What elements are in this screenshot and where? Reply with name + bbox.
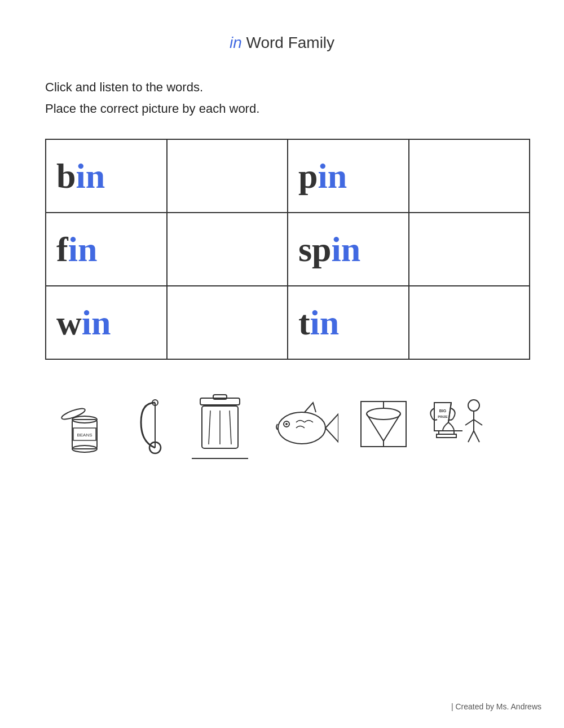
word-prefix: sp [298, 230, 332, 268]
drop-zone-spin[interactable] [409, 213, 530, 286]
svg-line-27 [474, 431, 479, 442]
picture-beans-can[interactable]: BEANS [56, 397, 118, 459]
trophy-icon: BIG PRIZE [429, 394, 491, 459]
word-cell-tin[interactable]: tin [288, 286, 409, 359]
table-row: fin spin [46, 213, 530, 286]
beans-can-icon: BEANS [56, 397, 118, 459]
svg-line-25 [474, 420, 482, 425]
drop-zone-win[interactable] [167, 286, 288, 359]
word-prefix: b [56, 157, 76, 195]
word-root: in [76, 157, 105, 195]
svg-line-12 [209, 411, 210, 444]
svg-point-19 [367, 408, 400, 420]
word-prefix: t [298, 303, 310, 342]
word-root: in [318, 157, 347, 195]
footer: | Created by Ms. Andrews [451, 702, 541, 711]
svg-rect-29 [437, 434, 456, 438]
trash-bin-icon [192, 394, 248, 456]
word-cell-fin[interactable]: fin [46, 213, 167, 286]
svg-point-17 [285, 423, 288, 425]
word-cell-pin[interactable]: pin [288, 139, 409, 213]
picture-trash-bin[interactable] [192, 394, 248, 459]
drop-zone-pin[interactable] [409, 139, 530, 213]
svg-line-24 [465, 420, 474, 425]
drop-zone-fin[interactable] [167, 213, 288, 286]
table-row: win tin [46, 286, 530, 359]
word-prefix: w [56, 303, 82, 342]
word-prefix: f [56, 230, 68, 268]
drop-zone-tin[interactable] [409, 286, 530, 359]
word-root: in [310, 303, 340, 342]
word-cell-bin[interactable]: bin [46, 139, 167, 213]
picture-trophy[interactable]: BIG PRIZE [429, 394, 491, 459]
table-row: bin pin [46, 139, 530, 213]
word-root: in [82, 303, 111, 342]
instruction-1: Click and listen to the words. [45, 80, 519, 95]
picture-safety-pin[interactable] [135, 397, 175, 459]
title-highlight: in [230, 34, 242, 51]
svg-text:BIG: BIG [439, 409, 447, 413]
svg-line-14 [230, 411, 231, 444]
word-prefix: p [298, 157, 318, 195]
instructions-section: Click and listen to the words. Place the… [45, 80, 519, 116]
drop-zone-bin[interactable] [167, 139, 288, 213]
spinning-top-icon [355, 397, 412, 459]
svg-point-15 [278, 412, 325, 444]
instruction-2: Place the correct picture by each word. [45, 102, 519, 116]
word-root: in [68, 230, 98, 268]
word-root: in [332, 230, 361, 268]
svg-point-22 [468, 400, 479, 411]
fish-icon [265, 397, 338, 459]
svg-text:BEANS: BEANS [77, 433, 92, 438]
word-table: bin pin fin spin [45, 139, 530, 360]
picture-spinning-top[interactable] [355, 397, 412, 459]
safety-pin-icon [135, 397, 175, 459]
picture-fish[interactable] [265, 397, 338, 459]
svg-line-26 [468, 431, 474, 442]
svg-text:PRIZE: PRIZE [438, 415, 448, 418]
pictures-section: BEANS [45, 394, 519, 459]
page-title: in Word Family [45, 34, 519, 52]
word-cell-win[interactable]: win [46, 286, 167, 359]
word-cell-spin[interactable]: spin [288, 213, 409, 286]
title-suffix: Word Family [242, 34, 334, 51]
